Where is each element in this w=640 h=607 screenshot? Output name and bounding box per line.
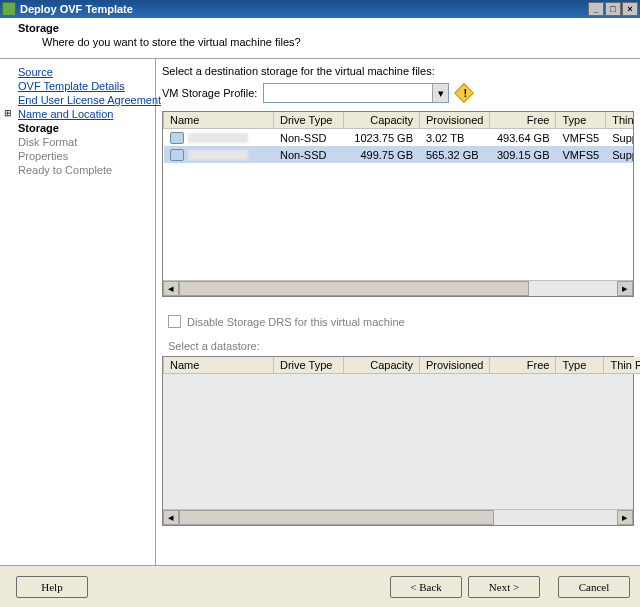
storage-grid: Name Drive Type Capacity Provisioned Fre… bbox=[162, 111, 634, 297]
vm-storage-profile-label: VM Storage Profile: bbox=[162, 87, 257, 99]
close-button[interactable]: × bbox=[622, 2, 638, 16]
step-disk-format: Disk Format bbox=[4, 135, 151, 149]
app-icon bbox=[2, 2, 16, 16]
grid-header-row: Name Drive Type Capacity Provisioned Fre… bbox=[164, 357, 641, 374]
scroll-left-icon[interactable]: ◂ bbox=[163, 510, 179, 525]
step-eula[interactable]: End User License Agreement bbox=[4, 93, 151, 107]
wizard-header: Storage Where do you want to store the v… bbox=[0, 18, 640, 58]
grid-header-row: Name Drive Type Capacity Provisioned Fre… bbox=[164, 112, 634, 129]
col-provisioned[interactable]: Provisioned bbox=[420, 112, 490, 129]
select-datastore-label: Select a datastore: bbox=[158, 338, 638, 356]
col-capacity[interactable]: Capacity bbox=[344, 112, 420, 129]
col-name[interactable]: Name bbox=[164, 112, 274, 129]
main-panel: Select a destination storage for the vir… bbox=[156, 59, 640, 565]
horizontal-scrollbar[interactable]: ◂ ▸ bbox=[163, 280, 633, 296]
datastore-grid: Name Drive Type Capacity Provisioned Fre… bbox=[162, 356, 634, 526]
help-button[interactable]: Help bbox=[16, 576, 88, 598]
destination-label: Select a destination storage for the vir… bbox=[158, 63, 638, 83]
datastore-name-redacted bbox=[188, 150, 248, 160]
scroll-left-icon[interactable]: ◂ bbox=[163, 281, 179, 296]
scroll-right-icon[interactable]: ▸ bbox=[617, 281, 633, 296]
step-properties: Properties bbox=[4, 149, 151, 163]
warning-icon bbox=[454, 83, 474, 103]
col-free[interactable]: Free bbox=[490, 112, 556, 129]
horizontal-scrollbar[interactable]: ◂ ▸ bbox=[163, 509, 633, 525]
col-thin: Thin Provis bbox=[604, 357, 640, 374]
minimize-button[interactable]: _ bbox=[588, 2, 604, 16]
scroll-right-icon[interactable]: ▸ bbox=[617, 510, 633, 525]
window-titlebar: Deploy OVF Template _ □ × bbox=[0, 0, 640, 18]
maximize-button[interactable]: □ bbox=[605, 2, 621, 16]
vm-storage-profile-select[interactable]: ▾ bbox=[263, 83, 449, 103]
step-storage: Storage bbox=[4, 121, 151, 135]
col-thin[interactable]: Thin Prov bbox=[606, 112, 633, 129]
col-name: Name bbox=[164, 357, 274, 374]
col-free: Free bbox=[490, 357, 556, 374]
datastore-icon bbox=[170, 149, 184, 161]
disable-storage-drs-checkbox[interactable] bbox=[168, 315, 181, 328]
col-type[interactable]: Type bbox=[556, 112, 606, 129]
wizard-footer: Help < Back Next > Cancel bbox=[0, 565, 640, 607]
back-button[interactable]: < Back bbox=[390, 576, 462, 598]
datastore-icon bbox=[170, 132, 184, 144]
col-drive-type: Drive Type bbox=[274, 357, 344, 374]
next-button[interactable]: Next > bbox=[468, 576, 540, 598]
step-source[interactable]: Source bbox=[4, 65, 151, 79]
page-subtitle: Where do you want to store the virtual m… bbox=[0, 34, 640, 48]
cancel-button[interactable]: Cancel bbox=[558, 576, 630, 598]
page-title: Storage bbox=[0, 20, 640, 34]
wizard-steps-sidebar: Source OVF Template Details End User Lic… bbox=[0, 59, 156, 565]
col-type: Type bbox=[556, 357, 604, 374]
step-ready: Ready to Complete bbox=[4, 163, 151, 177]
col-capacity: Capacity bbox=[344, 357, 420, 374]
col-provisioned: Provisioned bbox=[420, 357, 490, 374]
step-ovf-details[interactable]: OVF Template Details bbox=[4, 79, 151, 93]
chevron-down-icon[interactable]: ▾ bbox=[432, 84, 448, 102]
window-title: Deploy OVF Template bbox=[20, 3, 587, 15]
disable-storage-drs-label: Disable Storage DRS for this virtual mac… bbox=[187, 316, 405, 328]
storage-row[interactable]: Non-SSD 1023.75 GB 3.02 TB 493.64 GB VMF… bbox=[164, 129, 634, 147]
step-name-location[interactable]: Name and Location bbox=[4, 107, 151, 121]
col-drive-type[interactable]: Drive Type bbox=[274, 112, 344, 129]
storage-row[interactable]: Non-SSD 499.75 GB 565.32 GB 309.15 GB VM… bbox=[164, 146, 634, 163]
datastore-name-redacted bbox=[188, 133, 248, 143]
